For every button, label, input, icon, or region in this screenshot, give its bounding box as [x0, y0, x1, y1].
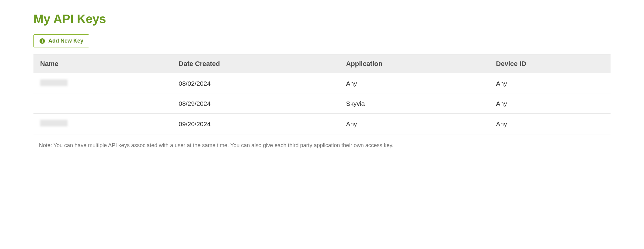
redacted-name [40, 120, 68, 126]
redacted-name [40, 79, 68, 86]
svg-rect-2 [41, 41, 44, 41]
add-new-key-button[interactable]: Add New Key [33, 34, 89, 47]
cell-name [33, 94, 172, 114]
cell-device-id: Any [489, 94, 611, 114]
add-new-key-label: Add New Key [48, 38, 83, 44]
cell-application: Any [339, 73, 489, 94]
note-label: Note: [39, 142, 52, 148]
table-row[interactable]: 08/29/2024SkyviaAny [33, 94, 611, 114]
col-header-date-created[interactable]: Date Created [172, 54, 339, 73]
footer-note: Note: You can have multiple API keys ass… [33, 142, 611, 149]
api-keys-table: Name Date Created Application Device ID … [33, 54, 611, 134]
table-row[interactable]: 08/02/2024AnyAny [33, 73, 611, 94]
cell-name [33, 114, 172, 134]
plus-circle-icon [39, 38, 45, 44]
cell-date-created: 08/02/2024 [172, 73, 339, 94]
col-header-name[interactable]: Name [33, 54, 172, 73]
page-title: My API Keys [33, 12, 611, 26]
cell-date-created: 08/29/2024 [172, 94, 339, 114]
cell-date-created: 09/20/2024 [172, 114, 339, 134]
note-text: You can have multiple API keys associate… [54, 142, 394, 148]
api-keys-table-wrapper: Name Date Created Application Device ID … [33, 54, 611, 134]
col-header-device-id[interactable]: Device ID [489, 54, 611, 73]
cell-device-id: Any [489, 114, 611, 134]
cell-name [33, 73, 172, 94]
cell-device-id: Any [489, 73, 611, 94]
table-row[interactable]: 09/20/2024AnyAny [33, 114, 611, 134]
cell-application: Skyvia [339, 94, 489, 114]
cell-application: Any [339, 114, 489, 134]
col-header-application[interactable]: Application [339, 54, 489, 73]
